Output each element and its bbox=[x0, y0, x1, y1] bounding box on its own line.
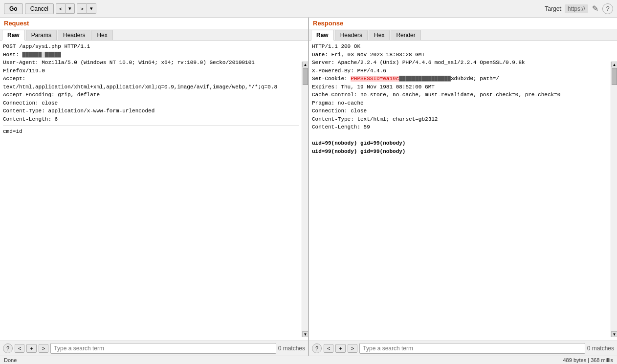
response-line-2: Date: Fri, 03 Nov 2023 18:03:28 GMT bbox=[312, 51, 608, 59]
back-button[interactable]: < bbox=[56, 3, 66, 14]
request-line-8: Content-Length: 6 bbox=[3, 115, 299, 124]
main-content: Request Raw Params Headers Hex POST /app… bbox=[0, 18, 617, 356]
request-line-3: User-Agent: Mozilla/5.0 (Windows NT 10.0… bbox=[3, 59, 299, 75]
request-line-2: Host: ██████ █████ bbox=[3, 51, 299, 59]
request-tab-headers[interactable]: Headers bbox=[58, 30, 90, 40]
response-scrollbar[interactable]: ▲ ▼ bbox=[611, 62, 617, 337]
go-button[interactable]: Go bbox=[4, 3, 23, 14]
response-tab-headers[interactable]: Headers bbox=[335, 30, 368, 40]
request-line-6: Connection: close bbox=[3, 99, 299, 107]
back-dropdown-button[interactable]: ▾ bbox=[66, 3, 75, 14]
response-line-9: Connection: close bbox=[312, 107, 608, 115]
response-cookie-value: PHPSESSID=ea19c bbox=[351, 76, 399, 82]
response-tab-bar: Raw Headers Hex Render bbox=[309, 29, 617, 41]
request-line-1: POST /app/sys1.php HTTP/1.1 bbox=[3, 43, 299, 51]
response-search-prev[interactable]: < bbox=[324, 344, 333, 353]
request-search-add[interactable]: + bbox=[26, 344, 36, 353]
request-search-help[interactable]: ? bbox=[3, 343, 13, 353]
toolbar: Go Cancel < ▾ > ▾ Target: https:// ✎ ? bbox=[0, 0, 617, 18]
help-button[interactable]: ? bbox=[602, 3, 613, 14]
forward-nav-group: > ▾ bbox=[77, 3, 96, 14]
response-search-count: 0 matches bbox=[587, 345, 614, 352]
response-search-bar: ? < + > 0 matches bbox=[309, 341, 617, 356]
response-line-8: Pragma: no-cache bbox=[312, 99, 608, 107]
request-line-5: Accept-Encoding: gzip, deflate bbox=[3, 91, 299, 99]
request-host-value: ██████ █████ bbox=[22, 52, 61, 58]
forward-dropdown-button[interactable]: ▾ bbox=[87, 3, 96, 14]
scroll-up-arrow[interactable]: ▲ bbox=[302, 62, 308, 67]
scroll-thumb[interactable] bbox=[303, 68, 308, 85]
request-search-prev[interactable]: < bbox=[15, 344, 24, 353]
status-done: Done bbox=[4, 357, 17, 363]
request-body: POST /app/sys1.php HTTP/1.1 Host: ██████… bbox=[0, 41, 308, 341]
response-line-1: HTTP/1.1 200 OK bbox=[312, 43, 608, 51]
status-info: 489 bytes | 368 millis bbox=[563, 357, 613, 363]
request-tab-hex[interactable]: Hex bbox=[91, 30, 112, 40]
response-search-input[interactable] bbox=[359, 343, 585, 354]
request-search-input[interactable] bbox=[50, 343, 276, 354]
response-tab-raw[interactable]: Raw bbox=[311, 30, 334, 41]
request-title: Request bbox=[0, 18, 308, 29]
response-body-1: uid=99(nobody) gid=99(nobody) bbox=[312, 139, 608, 148]
response-body-2: uid=99(nobody) gid=99(nobody) bbox=[312, 148, 608, 156]
scroll-down-arrow[interactable]: ▼ bbox=[302, 331, 308, 337]
response-search-help[interactable]: ? bbox=[312, 343, 322, 353]
request-line-7: Content-Type: application/x-www-form-url… bbox=[3, 107, 299, 115]
response-title: Response bbox=[309, 18, 617, 29]
target-label: Target: bbox=[545, 5, 563, 12]
forward-button[interactable]: > bbox=[77, 3, 87, 14]
edit-button[interactable]: ✎ bbox=[590, 3, 600, 14]
response-body: HTTP/1.1 200 OK Date: Fri, 03 Nov 2023 1… bbox=[309, 41, 617, 341]
response-scroll-up-arrow[interactable]: ▲ bbox=[611, 62, 617, 67]
response-search-next[interactable]: > bbox=[348, 344, 357, 353]
response-cookie-end: 3d9b2d0; path=/ bbox=[451, 76, 499, 82]
response-panel: Response Raw Headers Hex Render HTTP/1.1… bbox=[309, 18, 617, 356]
request-line-4: Accept: text/html,application/xhtml+xml,… bbox=[3, 75, 299, 91]
request-search-count: 0 matches bbox=[278, 345, 305, 352]
response-search-add[interactable]: + bbox=[335, 344, 345, 353]
request-search-next[interactable]: > bbox=[39, 344, 48, 353]
back-nav-group: < ▾ bbox=[56, 3, 75, 14]
response-scroll-thumb[interactable] bbox=[612, 68, 617, 85]
request-scrollbar[interactable]: ▲ ▼ bbox=[302, 62, 308, 337]
response-line-3: Server: Apache/2.2.4 (Unix) PHP/4.4.6 mo… bbox=[312, 59, 608, 67]
request-tab-params[interactable]: Params bbox=[26, 30, 57, 40]
request-body-content: cmd=id bbox=[3, 128, 299, 136]
request-tab-raw[interactable]: Raw bbox=[2, 30, 25, 41]
request-search-bar: ? < + > 0 matches bbox=[0, 341, 308, 356]
response-line-5: Set-Cookie: PHPSESSID=ea19c█████████████… bbox=[312, 75, 608, 83]
status-bar: Done 489 bytes | 368 millis bbox=[0, 356, 617, 364]
response-tab-render[interactable]: Render bbox=[391, 30, 420, 40]
response-line-11: Content-Length: 59 bbox=[312, 123, 608, 131]
response-line-4: X-Powered-By: PHP/4.4.6 bbox=[312, 67, 608, 75]
target-url: https:// bbox=[565, 4, 588, 13]
response-line-7: Cache-Control: no-store, no-cache, must-… bbox=[312, 91, 608, 99]
response-line-6: Expires: Thu, 19 Nov 1981 08:52:00 GMT bbox=[312, 83, 608, 91]
cancel-button[interactable]: Cancel bbox=[25, 3, 54, 14]
response-line-10: Content-Type: text/html; charset=gb2312 bbox=[312, 115, 608, 124]
response-scroll-down-arrow[interactable]: ▼ bbox=[611, 331, 617, 337]
response-cookie-middle: ████████████████ bbox=[399, 76, 451, 82]
request-tab-bar: Raw Params Headers Hex bbox=[0, 29, 308, 41]
request-panel: Request Raw Params Headers Hex POST /app… bbox=[0, 18, 308, 356]
response-tab-hex[interactable]: Hex bbox=[369, 30, 390, 40]
